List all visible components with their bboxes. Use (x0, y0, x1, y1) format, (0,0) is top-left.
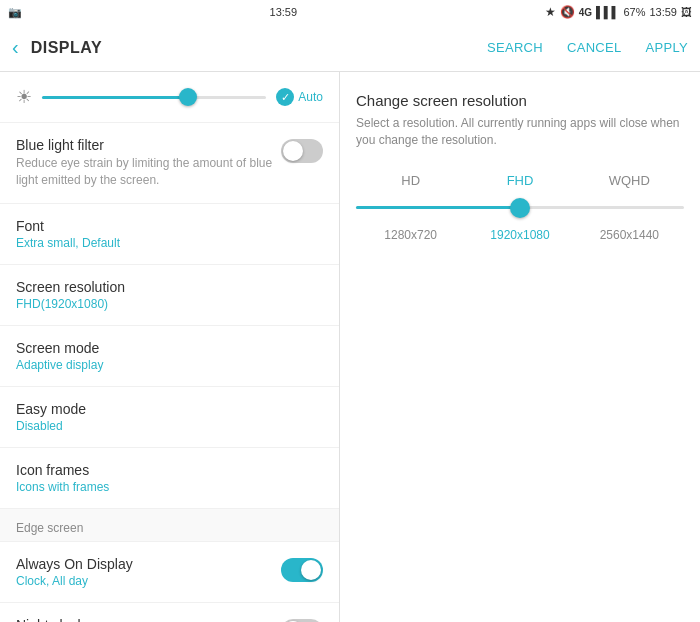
blue-light-thumb (283, 141, 303, 161)
easy-mode-title: Easy mode (16, 401, 323, 417)
icon-frames-row[interactable]: Icon frames Icons with frames (0, 448, 339, 509)
blue-light-info: Blue light filter Reduce eye strain by l… (16, 137, 281, 189)
mute-icon: 🔇 (560, 5, 575, 19)
network-icon: 4G (579, 7, 592, 18)
screen-resolution-title: Screen resolution (16, 279, 323, 295)
resolution-thumb[interactable] (510, 198, 530, 218)
cancel-button[interactable]: CANCEL (567, 40, 622, 55)
resolution-track (356, 206, 684, 209)
blue-light-toggle[interactable] (281, 139, 323, 163)
resolution-values-bottom: 1280x720 1920x1080 2560x1440 (356, 228, 684, 242)
auto-label: Auto (298, 90, 323, 104)
screen-mode-title: Screen mode (16, 340, 323, 356)
font-row[interactable]: Font Extra small, Default (0, 204, 339, 265)
brightness-fill (42, 96, 188, 99)
auto-check-icon: ✓ (276, 88, 294, 106)
search-button[interactable]: SEARCH (487, 40, 543, 55)
resolution-title: Change screen resolution (356, 92, 684, 109)
time-right: 13:59 (649, 6, 677, 18)
left-panel: ☀ ✓ Auto Blue light filter Reduce eye st… (0, 72, 340, 622)
screen-resolution-row[interactable]: Screen resolution FHD(1920x1080) (0, 265, 339, 326)
night-clock-row[interactable]: Night clock Show a clock on the Edge scr… (0, 603, 339, 622)
status-bar: 📷 13:59 ★ 🔇 4G ▌▌▌ 67% 13:59 🖼 (0, 0, 700, 24)
right-panel: Change screen resolution Select a resolu… (340, 72, 700, 622)
photo-icon: 🖼 (681, 6, 692, 18)
signal-icon: ▌▌▌ (596, 6, 619, 18)
status-time: 13:59 (270, 6, 298, 18)
aod-title: Always On Display (16, 556, 281, 572)
bluetooth-icon: ★ (545, 5, 556, 19)
font-sub: Extra small, Default (16, 236, 323, 250)
main-layout: ☀ ✓ Auto Blue light filter Reduce eye st… (0, 72, 700, 622)
auto-badge[interactable]: ✓ Auto (276, 88, 323, 106)
brightness-icon: ☀ (16, 86, 32, 108)
screen-mode-row[interactable]: Screen mode Adaptive display (0, 326, 339, 387)
brightness-slider[interactable] (42, 87, 266, 107)
aod-switch[interactable] (281, 558, 323, 582)
screen-mode-sub: Adaptive display (16, 358, 323, 372)
status-right: ★ 🔇 4G ▌▌▌ 67% 13:59 🖼 (545, 5, 692, 19)
camera-icon: 📷 (8, 6, 22, 19)
edge-section-label: Edge screen (16, 521, 83, 535)
icon-frames-title: Icon frames (16, 462, 323, 478)
screen-resolution-sub: FHD(1920x1080) (16, 297, 323, 311)
aod-thumb (301, 560, 321, 580)
aod-info: Always On Display Clock, All day (16, 556, 281, 588)
night-clock-switch[interactable] (281, 619, 323, 622)
brightness-track (42, 96, 266, 99)
easy-mode-sub: Disabled (16, 419, 323, 433)
always-on-display-row[interactable]: Always On Display Clock, All day (0, 542, 339, 603)
fhd-value[interactable]: 1920x1080 (465, 228, 574, 242)
fhd-label[interactable]: FHD (465, 173, 574, 188)
brightness-row[interactable]: ☀ ✓ Auto (0, 72, 339, 123)
page-title: DISPLAY (31, 39, 487, 57)
hd-label[interactable]: HD (356, 173, 465, 188)
battery-label: 67% (623, 6, 645, 18)
resolution-labels-top: HD FHD WQHD (356, 173, 684, 188)
status-left: 📷 (8, 6, 22, 19)
resolution-fill (356, 206, 520, 209)
hd-value[interactable]: 1280x720 (356, 228, 465, 242)
night-clock-toggle[interactable] (281, 619, 323, 622)
top-actions: SEARCH CANCEL APPLY (487, 40, 688, 55)
blue-light-desc: Reduce eye strain by limiting the amount… (16, 155, 281, 189)
blue-light-switch[interactable] (281, 139, 323, 163)
brightness-thumb[interactable] (179, 88, 197, 106)
wqhd-label[interactable]: WQHD (575, 173, 684, 188)
night-clock-title: Night clock (16, 617, 281, 622)
night-clock-info: Night clock Show a clock on the Edge scr… (16, 617, 281, 622)
resolution-slider[interactable] (356, 196, 684, 220)
aod-toggle[interactable] (281, 558, 323, 582)
resolution-desc: Select a resolution. All currently runni… (356, 115, 684, 149)
back-button[interactable]: ‹ (12, 36, 19, 59)
aod-sub: Clock, All day (16, 574, 281, 588)
edge-section-header: Edge screen (0, 509, 339, 542)
wqhd-value[interactable]: 2560x1440 (575, 228, 684, 242)
icon-frames-sub: Icons with frames (16, 480, 323, 494)
blue-light-title: Blue light filter (16, 137, 281, 153)
blue-light-filter-row[interactable]: Blue light filter Reduce eye strain by l… (0, 123, 339, 204)
apply-button[interactable]: APPLY (646, 40, 688, 55)
top-bar: ‹ DISPLAY SEARCH CANCEL APPLY (0, 24, 700, 72)
font-title: Font (16, 218, 323, 234)
easy-mode-row[interactable]: Easy mode Disabled (0, 387, 339, 448)
